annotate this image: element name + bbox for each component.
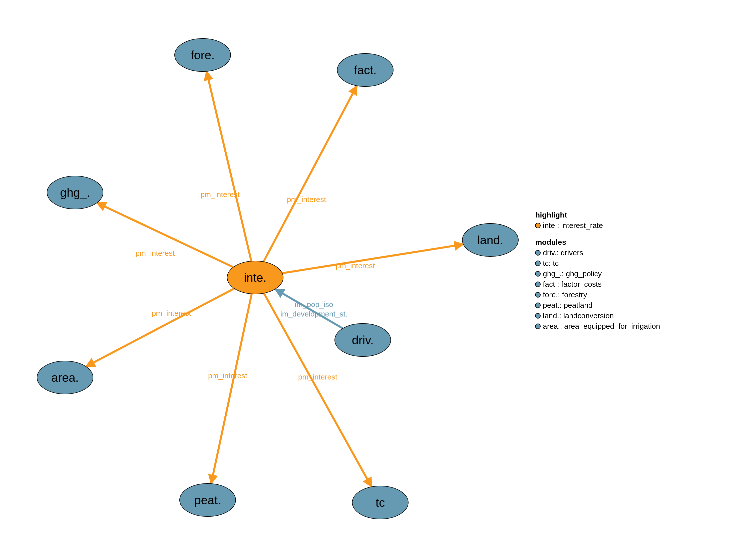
node-label-center: inte. <box>244 271 267 284</box>
legend-item-module-3: fact.: factor_costs <box>543 280 602 288</box>
legend-dot-module-4 <box>535 292 540 297</box>
legend-item-module-6: land.: landconversion <box>543 312 614 320</box>
node-land: land. <box>462 223 518 257</box>
node-label-area: area. <box>51 371 79 384</box>
legend-dot-module-1 <box>535 261 540 266</box>
node-label-fore: fore. <box>190 49 215 62</box>
node-label-fact: fact. <box>354 63 377 77</box>
edge-driv-to-inte <box>275 289 343 328</box>
legend-dot-highlight-0 <box>535 223 540 228</box>
legend-dot-module-5 <box>535 303 540 308</box>
legend-dot-module-3 <box>535 282 540 287</box>
legend-item-module-0: driv.: drivers <box>543 248 583 257</box>
node-driv: driv. <box>335 323 391 356</box>
legend-dot-module-7 <box>535 324 540 329</box>
node-label-ghg: ghg_. <box>60 186 90 199</box>
edge-inte-to-fact <box>263 86 357 262</box>
legend-item-module-5: peat.: peatland <box>543 301 593 309</box>
node-label-peat: peat. <box>195 494 221 507</box>
node-ghg: ghg_. <box>47 176 103 209</box>
node-label-tc: tc <box>376 496 385 509</box>
legend-item-highlight-0: inte.: interest_rate <box>543 221 603 230</box>
legend-item-module-4: fore.: forestry <box>543 291 587 299</box>
nodes-layer: fore.fact.ghg_.land.area.driv.peat.tcint… <box>37 38 518 519</box>
edge-label-in-driv-1: im_development_st. <box>280 310 347 318</box>
legend-dot-module-0 <box>535 250 540 255</box>
node-center-inte: inte. <box>227 261 283 294</box>
edge-inte-to-fore <box>206 71 251 261</box>
node-peat: peat. <box>180 483 236 516</box>
edge-label-ghg: pm_interest <box>136 249 175 257</box>
legend-modules-title: modules <box>535 238 566 246</box>
node-label-driv: driv. <box>352 334 374 347</box>
node-fore: fore. <box>175 38 231 72</box>
legend-item-module-2: ghg_.: ghg_policy <box>543 269 602 278</box>
legend-dot-module-2 <box>535 271 540 276</box>
edge-inte-to-peat <box>211 294 252 483</box>
edge-label-fact: pm_interest <box>287 195 326 204</box>
node-label-land: land. <box>477 234 503 247</box>
edge-label-tc: pm_interest <box>298 373 337 381</box>
edge-label-in-driv-0: im_pop_iso <box>295 300 333 309</box>
module-graph: pm_interestpm_interestpm_interestpm_inte… <box>0 0 747 560</box>
node-tc: tc <box>352 486 408 519</box>
legend: highlightinte.: interest_ratemodulesdriv… <box>535 211 660 330</box>
edge-inte-to-tc <box>264 293 371 487</box>
node-fact: fact. <box>337 53 393 86</box>
edge-label-area: pm_interest <box>152 309 191 317</box>
legend-dot-module-6 <box>535 313 540 318</box>
legend-item-module-1: tc: tc <box>543 259 559 267</box>
edge-inte-to-area <box>86 289 234 367</box>
legend-highlight-title: highlight <box>535 211 567 219</box>
legend-item-module-7: area.: area_equipped_for_irrigation <box>543 322 660 330</box>
edge-label-peat: pm_interest <box>208 372 248 380</box>
edge-inte-to-ghg <box>97 203 233 267</box>
node-area: area. <box>37 361 93 394</box>
edge-label-fore: pm_interest <box>201 190 240 198</box>
edge-label-land: pm_interest <box>336 262 375 270</box>
